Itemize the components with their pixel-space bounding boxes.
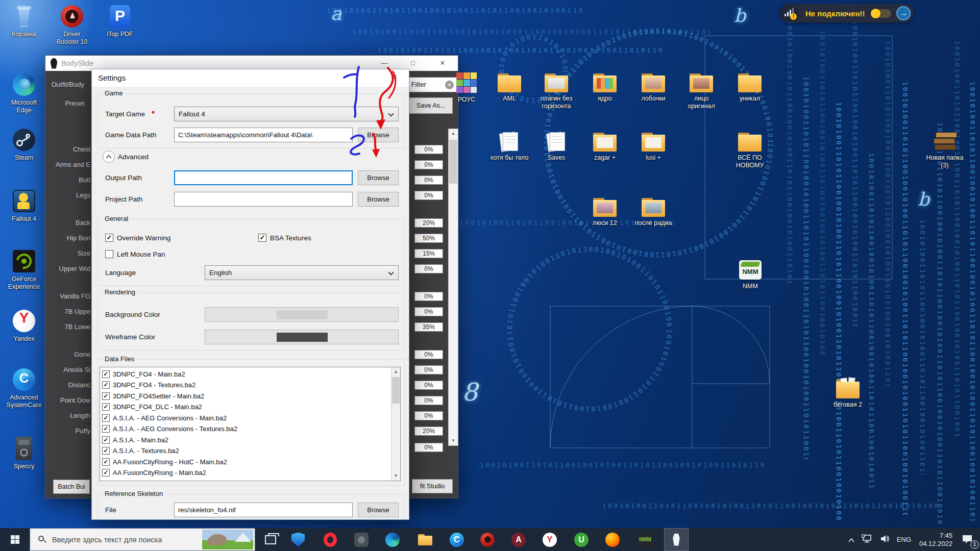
taskbar-icon-nmm[interactable]: NMM <box>633 528 657 551</box>
task-view-button[interactable] <box>258 528 283 551</box>
desktop-folder-rous[interactable]: РОУС <box>443 71 490 104</box>
data-file-row[interactable]: ✓AA FusionCityRising - HotC - Main.ba2 <box>102 457 227 467</box>
language-select[interactable]: English <box>205 265 399 280</box>
batch-build-button[interactable]: Batch Bui <box>53 480 90 494</box>
scroll-up-icon[interactable]: ▲ <box>449 129 458 138</box>
game-data-path-input[interactable]: C:\Steam\steamapps\common\Fallout 4\Data… <box>174 128 353 142</box>
desktop-icon-advanced-systemcare[interactable]: C AdvancedSystemCare <box>1 367 47 409</box>
slider-value-box[interactable]: 0% <box>414 381 443 390</box>
scrollbar-thumb[interactable] <box>449 140 457 184</box>
desktop-icon-recycle-bin[interactable]: Корзина <box>1 4 47 38</box>
desktop-folder-lyusi-12[interactable]: люси 12 <box>581 196 628 227</box>
close-button[interactable]: ✕ <box>434 56 451 70</box>
slider-value-box[interactable]: 15% <box>414 249 443 258</box>
left-mouse-pan-checkbox[interactable]: Left Mouse Pan <box>105 250 165 258</box>
notification-toast[interactable]: ! Не подключен!! → <box>780 4 914 22</box>
background-color-button[interactable] <box>205 307 399 322</box>
slider-value-box[interactable]: 0% <box>414 176 443 185</box>
settings-titlebar[interactable]: Settings ✕ <box>92 69 409 87</box>
outfit-studio-button[interactable]: fit Studio <box>412 479 453 493</box>
slider-value-box[interactable]: 35% <box>414 322 443 332</box>
output-path-input[interactable] <box>174 170 353 185</box>
data-files-list[interactable]: ✓3DNPC_FO4 - Main.ba2 ✓3DNPC_FO4 - Textu… <box>100 367 401 481</box>
taskbar-icon-advanced-systemcare[interactable]: C <box>445 528 469 551</box>
slider-value-box[interactable]: 0% <box>414 443 443 452</box>
desktop-folder-lobochki[interactable]: лобочки <box>630 71 677 103</box>
desktop-folder-plugin[interactable]: плагин безгоризонта <box>533 71 580 110</box>
maximize-button[interactable]: □ <box>404 56 422 70</box>
skeleton-file-input[interactable]: res/skeleton_fo4.nif <box>174 503 353 517</box>
notification-arrow-button[interactable]: → <box>896 6 911 20</box>
desktop-folder-begovaya-2[interactable]: беговая 2 <box>824 378 871 409</box>
bing-daily-image[interactable] <box>202 530 253 549</box>
data-files-scrollbar[interactable]: ▲ ▼ <box>391 367 400 481</box>
slider-value-box[interactable]: 50% <box>414 234 443 243</box>
data-file-row[interactable]: ✓3DNPC_FO4 - Main.ba2 <box>102 369 185 380</box>
scroll-down-icon[interactable]: ▼ <box>391 471 400 481</box>
desktop-folder-saves[interactable]: Saves <box>533 131 580 162</box>
wireframe-color-button[interactable] <box>205 330 399 344</box>
taskbar-icon-utorrent[interactable]: U <box>569 528 594 551</box>
browse-project-button[interactable]: Browse <box>358 192 399 207</box>
browse-skeleton-button[interactable]: Browse <box>358 503 399 517</box>
desktop-icon-geforce-experience[interactable]: GeForceExperience <box>1 249 47 291</box>
slider-value-box[interactable]: 0% <box>414 264 443 273</box>
network-icon[interactable] <box>858 534 876 545</box>
desktop-icon-driver-booster[interactable]: DriverBooster 10 <box>48 4 95 46</box>
override-warning-checkbox[interactable]: ✓ Override Warning <box>105 234 170 242</box>
browse-game-data-button[interactable]: Browse <box>358 128 399 142</box>
slider-value-box[interactable]: 20% <box>414 427 443 436</box>
scrollbar-thumb[interactable] <box>392 377 400 404</box>
desktop-folder-lusi[interactable]: lusi + <box>630 131 677 162</box>
taskbar-icon-dark-app[interactable] <box>349 528 374 551</box>
taskbar-icon-edge[interactable] <box>380 528 405 551</box>
slider-value-box[interactable]: 0% <box>414 307 443 316</box>
slider-value-box[interactable]: 0% <box>414 160 443 169</box>
desktop-folder-novaya-papka-3[interactable]: Новая папка(3) <box>921 130 968 169</box>
action-center-button[interactable]: 1 <box>958 528 980 551</box>
data-file-row[interactable]: ✓3DNPC_FO4 - Textures.ba2 <box>102 380 195 390</box>
desktop-icon-speccy[interactable]: Speccy <box>1 436 47 470</box>
taskbar-icon-yandex[interactable]: Y <box>537 528 562 551</box>
taskbar-icon-aimp[interactable]: A <box>506 528 531 551</box>
desktop-icon-steam[interactable]: Steam <box>1 128 47 162</box>
taskbar-icon-iobit-shield[interactable] <box>286 528 310 551</box>
desktop-icon-yandex[interactable]: Y Yandex <box>1 309 47 343</box>
slider-value-box[interactable]: 0% <box>414 191 443 200</box>
desktop-folder-yadro[interactable]: ядро <box>581 71 628 103</box>
bsa-textures-checkbox[interactable]: ✓ BSA Textures <box>258 234 311 242</box>
desktop-folder-vsyo-po-novomu[interactable]: ВСЁ ПОНОВОМУ <box>726 131 773 169</box>
slider-value-box[interactable]: 0% <box>414 145 443 154</box>
desktop-folder-litso-original[interactable]: лицооригинал <box>678 71 725 110</box>
desktop-folder-zagar[interactable]: zagar + <box>581 131 628 162</box>
scroll-down-icon[interactable]: ▼ <box>449 436 458 445</box>
data-file-row[interactable]: ✓A.S.I.A. - Main.ba2 <box>102 435 168 445</box>
notification-toggle[interactable] <box>871 9 891 18</box>
slider-value-box[interactable]: 0% <box>414 411 443 420</box>
taskbar-icon-opera[interactable] <box>318 528 342 551</box>
slider-value-box[interactable]: 0% <box>414 350 443 359</box>
slider-scrollbar[interactable]: ▲ ▼ <box>448 129 458 446</box>
tray-chevron-icon[interactable] <box>845 535 858 544</box>
taskbar-icon-file-explorer[interactable] <box>413 528 437 551</box>
target-game-select[interactable]: Fallout 4 <box>174 107 399 121</box>
desktop-folder-aml[interactable]: AML <box>486 71 533 103</box>
desktop-folder-unikal[interactable]: уникал <box>726 71 773 103</box>
start-button[interactable] <box>0 528 30 551</box>
language-indicator[interactable]: ENG <box>894 536 914 543</box>
desktop-icon-itop-pdf[interactable]: P iTop PDF <box>96 4 143 38</box>
desktop-folder-posle-radia[interactable]: после радиа <box>630 196 677 227</box>
slider-value-box[interactable]: 0% <box>414 365 443 374</box>
data-file-row[interactable]: ✓A.S.I.A. - Textures.ba2 <box>102 445 179 456</box>
data-file-row[interactable]: ✓A.S.I.A. - AEG Conversions - Textures.b… <box>102 423 237 434</box>
advanced-collapse-icon[interactable] <box>103 151 115 163</box>
slider-value-box[interactable]: 0% <box>414 292 443 301</box>
data-file-row[interactable]: ✓AA FusionCityRising - Main.ba2 <box>102 467 206 478</box>
project-path-input[interactable] <box>174 192 353 207</box>
settings-close-icon[interactable]: ✕ <box>388 73 401 83</box>
desktop-icon-microsoft-edge[interactable]: MicrosoftEdge <box>1 72 47 114</box>
minimize-button[interactable]: — <box>376 56 393 70</box>
clock[interactable]: 7:45 04.12.2022 <box>919 532 952 548</box>
slider-value-box[interactable]: 0% <box>414 396 443 405</box>
scroll-up-icon[interactable]: ▲ <box>391 367 400 377</box>
